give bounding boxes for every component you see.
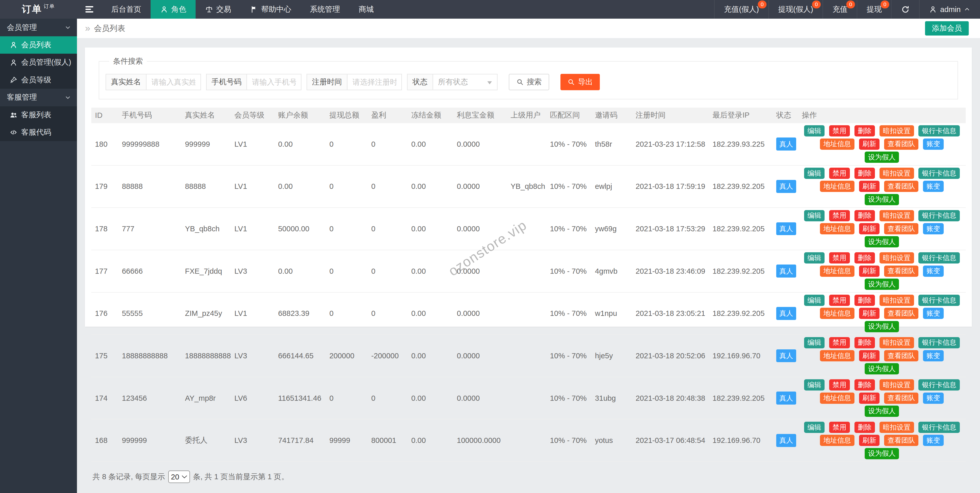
action-button[interactable]: 账变 xyxy=(923,393,944,404)
action-button[interactable]: 刷新 xyxy=(859,435,880,446)
action-button[interactable]: 禁用 xyxy=(829,422,850,433)
action-button[interactable]: 账变 xyxy=(923,350,944,361)
action-button[interactable]: 编辑 xyxy=(804,210,825,221)
action-button[interactable]: 账变 xyxy=(923,138,944,150)
sidebar-entry[interactable]: 客服管理 xyxy=(0,89,77,106)
topnav-quick-item[interactable]: 充值(假人) 0 xyxy=(714,0,768,19)
action-button[interactable]: 编辑 xyxy=(804,295,825,306)
action-button[interactable]: 刷新 xyxy=(859,138,880,150)
action-button[interactable]: 设为假人 xyxy=(865,448,899,459)
topnav-quick-item[interactable]: 提现(假人) 0 xyxy=(768,0,822,19)
menu-toggle-button[interactable] xyxy=(77,0,102,19)
action-button[interactable]: 刷新 xyxy=(859,350,880,361)
action-button[interactable]: 设为假人 xyxy=(865,363,899,374)
action-button[interactable]: 刷新 xyxy=(859,181,880,192)
action-button[interactable]: 银行卡信息 xyxy=(918,252,959,264)
sidebar-entry[interactable]: 会员管理(假人) xyxy=(0,54,77,71)
action-button[interactable]: 地址信息 xyxy=(820,350,854,361)
sidebar-entry[interactable]: 会员等级 xyxy=(0,71,77,89)
sidebar-entry[interactable]: 会员管理 xyxy=(0,19,77,36)
action-button[interactable]: 账变 xyxy=(923,308,944,319)
topnav-item[interactable]: 帮助中心 xyxy=(240,0,301,19)
action-button[interactable]: 暗扣设置 xyxy=(880,337,914,348)
action-button[interactable]: 银行卡信息 xyxy=(918,422,959,433)
action-button[interactable]: 编辑 xyxy=(804,337,825,348)
action-button[interactable]: 暗扣设置 xyxy=(880,422,914,433)
topnav-quick-item[interactable]: 提现 0 xyxy=(857,0,891,19)
action-button[interactable]: 查看团队 xyxy=(884,223,918,234)
action-button[interactable]: 账变 xyxy=(923,223,944,234)
topnav-item[interactable]: 角色 xyxy=(151,0,196,19)
action-button[interactable]: 地址信息 xyxy=(820,393,854,404)
topnav-item[interactable]: 商城 xyxy=(349,0,383,19)
action-button[interactable]: 删除 xyxy=(854,379,875,391)
action-button[interactable]: 地址信息 xyxy=(820,435,854,446)
sidebar-entry[interactable]: 客服代码 xyxy=(0,124,77,141)
action-button[interactable]: 刷新 xyxy=(859,266,880,277)
action-button[interactable]: 银行卡信息 xyxy=(918,379,959,391)
action-button[interactable]: 禁用 xyxy=(829,379,850,391)
action-button[interactable]: 删除 xyxy=(854,337,875,348)
action-button[interactable]: 地址信息 xyxy=(820,308,854,319)
action-button[interactable]: 刷新 xyxy=(859,223,880,234)
action-button[interactable]: 地址信息 xyxy=(820,181,854,192)
action-button[interactable]: 删除 xyxy=(854,168,875,179)
search-input[interactable] xyxy=(347,74,402,90)
action-button[interactable]: 暗扣设置 xyxy=(880,252,914,264)
action-button[interactable]: 设为假人 xyxy=(865,194,899,205)
action-button[interactable]: 银行卡信息 xyxy=(918,210,959,221)
action-button[interactable]: 设为假人 xyxy=(865,151,899,163)
action-button[interactable]: 账变 xyxy=(923,435,944,446)
topnav-item[interactable]: 后台首页 xyxy=(102,0,151,19)
action-button[interactable]: 查看团队 xyxy=(884,138,918,150)
action-button[interactable]: 禁用 xyxy=(829,168,850,179)
action-button[interactable]: 地址信息 xyxy=(820,266,854,277)
action-button[interactable]: 查看团队 xyxy=(884,435,918,446)
action-button[interactable]: 编辑 xyxy=(804,125,825,137)
action-button[interactable]: 刷新 xyxy=(859,393,880,404)
export-button[interactable]: 导出 xyxy=(560,74,600,90)
action-button[interactable]: 刷新 xyxy=(859,308,880,319)
action-button[interactable]: 暗扣设置 xyxy=(880,295,914,306)
search-button[interactable]: 搜索 xyxy=(509,74,549,90)
action-button[interactable]: 设为假人 xyxy=(865,406,899,417)
action-button[interactable]: 禁用 xyxy=(829,337,850,348)
action-button[interactable]: 删除 xyxy=(854,295,875,306)
action-button[interactable]: 禁用 xyxy=(829,210,850,221)
action-button[interactable]: 编辑 xyxy=(804,168,825,179)
add-member-button[interactable]: 添加会员 xyxy=(925,21,969,35)
status-select[interactable]: 所有状态 xyxy=(433,74,498,90)
action-button[interactable]: 设为假人 xyxy=(865,236,899,247)
action-button[interactable]: 地址信息 xyxy=(820,223,854,234)
topnav-item[interactable]: 系统管理 xyxy=(301,0,350,19)
action-button[interactable]: 暗扣设置 xyxy=(880,210,914,221)
search-input[interactable] xyxy=(247,74,301,90)
action-button[interactable]: 删除 xyxy=(854,252,875,264)
action-button[interactable]: 地址信息 xyxy=(820,138,854,150)
user-menu[interactable]: admin xyxy=(919,0,980,19)
page-size-select[interactable]: 20 xyxy=(168,471,190,483)
action-button[interactable]: 设为假人 xyxy=(865,278,899,290)
action-button[interactable]: 删除 xyxy=(854,125,875,137)
action-button[interactable]: 删除 xyxy=(854,210,875,221)
action-button[interactable]: 账变 xyxy=(923,181,944,192)
refresh-button[interactable] xyxy=(891,0,919,19)
action-button[interactable]: 查看团队 xyxy=(884,308,918,319)
action-button[interactable]: 编辑 xyxy=(804,422,825,433)
action-button[interactable]: 删除 xyxy=(854,422,875,433)
action-button[interactable]: 查看团队 xyxy=(884,393,918,404)
action-button[interactable]: 银行卡信息 xyxy=(918,337,959,348)
action-button[interactable]: 禁用 xyxy=(829,252,850,264)
topnav-quick-item[interactable]: 充值 0 xyxy=(822,0,857,19)
action-button[interactable]: 禁用 xyxy=(829,295,850,306)
action-button[interactable]: 查看团队 xyxy=(884,350,918,361)
search-input[interactable] xyxy=(146,74,201,90)
action-button[interactable]: 查看团队 xyxy=(884,266,918,277)
sidebar-entry[interactable]: 客服列表 xyxy=(0,106,77,124)
topnav-item[interactable]: 交易 xyxy=(196,0,240,19)
action-button[interactable]: 设为假人 xyxy=(865,321,899,332)
sidebar-entry[interactable]: 会员列表 xyxy=(0,36,77,54)
action-button[interactable]: 银行卡信息 xyxy=(918,295,959,306)
action-button[interactable]: 银行卡信息 xyxy=(918,125,959,137)
action-button[interactable]: 银行卡信息 xyxy=(918,168,959,179)
